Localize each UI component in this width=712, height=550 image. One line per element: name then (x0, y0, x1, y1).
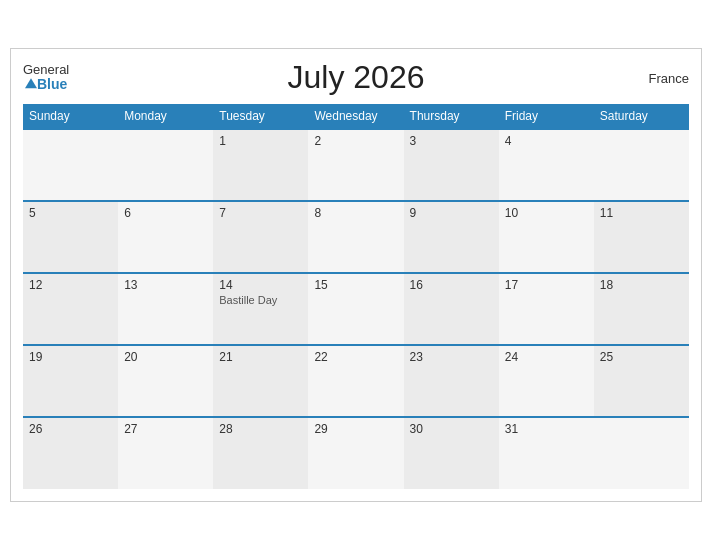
calendar-cell: 17 (499, 273, 594, 345)
day-number: 14 (219, 278, 302, 292)
calendar-cell: 12 (23, 273, 118, 345)
calendar-title: July 2026 (288, 59, 425, 96)
col-saturday: Saturday (594, 104, 689, 129)
col-tuesday: Tuesday (213, 104, 308, 129)
calendar-cell: 15 (308, 273, 403, 345)
calendar-cell: 25 (594, 345, 689, 417)
day-number: 2 (314, 134, 397, 148)
calendar-week-row-4: 262728293031 (23, 417, 689, 489)
day-number: 4 (505, 134, 588, 148)
calendar-cell (594, 417, 689, 489)
day-number: 15 (314, 278, 397, 292)
col-sunday: Sunday (23, 104, 118, 129)
calendar-cell (118, 129, 213, 201)
calendar-cell: 3 (404, 129, 499, 201)
calendar-cell: 8 (308, 201, 403, 273)
calendar-cell: 31 (499, 417, 594, 489)
col-wednesday: Wednesday (308, 104, 403, 129)
calendar-cell: 5 (23, 201, 118, 273)
day-number: 25 (600, 350, 683, 364)
calendar-cell: 14Bastille Day (213, 273, 308, 345)
calendar-week-row-2: 121314Bastille Day15161718 (23, 273, 689, 345)
day-event: Bastille Day (219, 294, 302, 306)
col-friday: Friday (499, 104, 594, 129)
calendar-cell: 18 (594, 273, 689, 345)
calendar-cell: 11 (594, 201, 689, 273)
day-number: 27 (124, 422, 207, 436)
calendar-cell: 23 (404, 345, 499, 417)
day-number: 22 (314, 350, 397, 364)
day-number: 6 (124, 206, 207, 220)
day-number: 16 (410, 278, 493, 292)
day-number: 18 (600, 278, 683, 292)
calendar-week-row-0: 1234 (23, 129, 689, 201)
calendar-cell: 10 (499, 201, 594, 273)
calendar-cell: 4 (499, 129, 594, 201)
calendar-cell: 16 (404, 273, 499, 345)
day-number: 10 (505, 206, 588, 220)
calendar-week-row-3: 19202122232425 (23, 345, 689, 417)
day-number: 20 (124, 350, 207, 364)
day-number: 30 (410, 422, 493, 436)
day-number: 8 (314, 206, 397, 220)
day-number: 31 (505, 422, 588, 436)
calendar-cell: 2 (308, 129, 403, 201)
calendar-week-row-1: 567891011 (23, 201, 689, 273)
calendar-cell: 6 (118, 201, 213, 273)
calendar-cell: 28 (213, 417, 308, 489)
weekday-header-row: Sunday Monday Tuesday Wednesday Thursday… (23, 104, 689, 129)
calendar-container: General Blue July 2026 France Sunday Mon… (10, 48, 702, 502)
calendar-cell: 9 (404, 201, 499, 273)
calendar-cell: 20 (118, 345, 213, 417)
day-number: 5 (29, 206, 112, 220)
col-thursday: Thursday (404, 104, 499, 129)
calendar-cell: 19 (23, 345, 118, 417)
logo-triangle-icon (25, 79, 37, 89)
day-number: 21 (219, 350, 302, 364)
calendar-cell: 30 (404, 417, 499, 489)
day-number: 29 (314, 422, 397, 436)
day-number: 17 (505, 278, 588, 292)
calendar-grid: Sunday Monday Tuesday Wednesday Thursday… (23, 104, 689, 489)
calendar-cell: 27 (118, 417, 213, 489)
day-number: 11 (600, 206, 683, 220)
calendar-cell: 13 (118, 273, 213, 345)
calendar-cell (23, 129, 118, 201)
calendar-cell: 22 (308, 345, 403, 417)
calendar-cell: 7 (213, 201, 308, 273)
day-number: 7 (219, 206, 302, 220)
day-number: 9 (410, 206, 493, 220)
calendar-cell: 21 (213, 345, 308, 417)
calendar-cell: 24 (499, 345, 594, 417)
logo-blue-text: Blue (23, 77, 69, 92)
day-number: 3 (410, 134, 493, 148)
day-number: 19 (29, 350, 112, 364)
country-label: France (649, 70, 689, 85)
logo-general-text: General (23, 63, 69, 77)
day-number: 1 (219, 134, 302, 148)
calendar-header: General Blue July 2026 France (23, 59, 689, 96)
day-number: 26 (29, 422, 112, 436)
day-number: 13 (124, 278, 207, 292)
col-monday: Monday (118, 104, 213, 129)
logo: General Blue (23, 63, 69, 93)
calendar-cell: 26 (23, 417, 118, 489)
day-number: 12 (29, 278, 112, 292)
calendar-cell: 29 (308, 417, 403, 489)
day-number: 23 (410, 350, 493, 364)
calendar-cell: 1 (213, 129, 308, 201)
day-number: 24 (505, 350, 588, 364)
day-number: 28 (219, 422, 302, 436)
calendar-cell (594, 129, 689, 201)
